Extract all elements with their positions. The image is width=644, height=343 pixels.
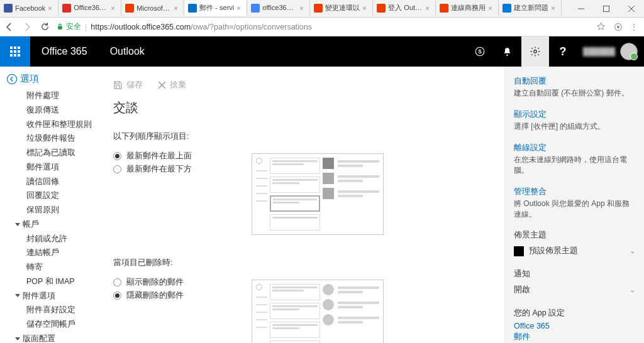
tab-title: 連線商務用 bbox=[451, 3, 486, 13]
app-label[interactable]: Outlook bbox=[99, 46, 156, 57]
chevron-down-icon: ⌄ bbox=[630, 247, 635, 255]
chevron-down-icon: ⌄ bbox=[630, 286, 635, 294]
chrome-menu[interactable]: ⋮ bbox=[630, 23, 640, 31]
radio-show-deleted[interactable]: 顯示刪除的郵件 bbox=[113, 277, 252, 288]
browser-tab[interactable]: Facebook× bbox=[0, 0, 58, 16]
sidebar-item[interactable]: 復原傳送 bbox=[0, 103, 101, 117]
o365-header: Office 365 Outlook S ? ██████ bbox=[0, 36, 644, 67]
window-maximize[interactable] bbox=[594, 1, 619, 17]
sidebar-item[interactable]: 封鎖或允許 bbox=[0, 232, 101, 246]
window-close[interactable] bbox=[619, 1, 644, 17]
sidebar-item[interactable]: 連結帳戶 bbox=[0, 246, 101, 260]
window-minimize[interactable] bbox=[569, 1, 594, 17]
favicon-icon bbox=[251, 4, 260, 13]
display-section: 顯示設定 選擇 [收件匣] 的組織方式。 bbox=[514, 109, 635, 132]
radio-hide-deleted[interactable]: 隱藏刪除的郵件 bbox=[113, 290, 252, 301]
sidebar-item[interactable]: 附件喜好設定 bbox=[0, 303, 101, 317]
page-title: 交談 bbox=[113, 99, 492, 116]
close-icon bbox=[158, 81, 166, 89]
svg-point-8 bbox=[7, 74, 16, 84]
tab-title: 建立新問題 bbox=[514, 3, 548, 13]
browser-tab[interactable]: 登入 Outloo× bbox=[373, 0, 436, 16]
waffle-icon bbox=[10, 46, 20, 57]
radio-newest-bottom[interactable]: 最新郵件在最下方 bbox=[113, 164, 252, 175]
radio-newest-top[interactable]: 最新郵件在最上面 bbox=[113, 151, 252, 161]
sidebar-group[interactable]: 附件選項 bbox=[0, 289, 101, 303]
sidebar-group[interactable]: 帳戶 bbox=[0, 217, 101, 232]
sidebar-item[interactable]: 保留原則 bbox=[0, 203, 101, 217]
browser-tab[interactable]: 變更連環以× bbox=[310, 0, 373, 16]
app-link[interactable]: Office 365 bbox=[514, 321, 635, 331]
theme-swatch bbox=[514, 246, 524, 256]
reload-button[interactable] bbox=[39, 21, 50, 33]
chrome-address-bar: 安全 | https://outlook.office365.com/owa/?… bbox=[0, 18, 644, 36]
app-launcher[interactable] bbox=[0, 36, 30, 67]
browser-tab[interactable]: 建立新問題× bbox=[499, 0, 562, 16]
favicon-icon bbox=[125, 4, 134, 13]
sidebar-item[interactable]: 轉寄 bbox=[0, 260, 101, 275]
sidebar-group[interactable]: 版面配置 bbox=[0, 332, 101, 343]
close-icon[interactable]: × bbox=[48, 4, 54, 12]
settings-icon[interactable] bbox=[521, 36, 549, 67]
sidebar-item[interactable]: 儲存空間帳戶 bbox=[0, 317, 101, 332]
caret-icon bbox=[15, 223, 20, 226]
your-apps-heading: 您的 App 設定 bbox=[514, 308, 635, 318]
options-back[interactable]: 選項 bbox=[0, 72, 101, 89]
brand-label[interactable]: Office 365 bbox=[30, 46, 99, 57]
sidebar-item[interactable]: 附件處理 bbox=[0, 89, 101, 103]
sidebar-item[interactable]: 收件匣和整理規則 bbox=[0, 117, 101, 132]
sidebar-item[interactable]: 垃圾郵件報告 bbox=[0, 131, 101, 146]
skype-icon[interactable]: S bbox=[466, 36, 494, 67]
chrome-tab-strip: Facebook×Office365設×Microsoft C×郵件 - ser… bbox=[0, 0, 644, 18]
browser-tab[interactable]: Microsoft C× bbox=[121, 0, 184, 16]
radio-icon bbox=[113, 291, 121, 300]
auto-reply-link[interactable]: 自動回覆 bbox=[514, 75, 635, 87]
close-icon[interactable]: × bbox=[362, 4, 369, 12]
avatar bbox=[620, 43, 638, 60]
manage-link[interactable]: 管理整合 bbox=[514, 186, 635, 197]
svg-point-7 bbox=[534, 50, 537, 53]
favicon-icon bbox=[62, 4, 71, 13]
auto-reply-desc: 建立自動回覆 (不在辦公室) 郵件。 bbox=[514, 88, 635, 99]
caret-icon bbox=[15, 294, 20, 297]
sidebar-item[interactable]: POP 和 IMAP bbox=[0, 275, 101, 289]
close-icon[interactable]: × bbox=[488, 4, 494, 12]
display-link[interactable]: 顯示設定 bbox=[514, 109, 635, 120]
browser-tab[interactable]: office365 設× bbox=[247, 0, 310, 16]
close-icon[interactable]: × bbox=[236, 4, 243, 12]
discard-button[interactable]: 捨棄 bbox=[158, 79, 186, 90]
tab-title: 登入 Outloo bbox=[388, 3, 423, 13]
theme-section[interactable]: 佈景主題 預設佈景主題 ⌄ bbox=[514, 230, 635, 259]
save-button[interactable]: 儲存 bbox=[113, 79, 143, 90]
browser-tab[interactable]: Office365設× bbox=[58, 0, 121, 16]
sidebar-item[interactable]: 回覆設定 bbox=[0, 188, 101, 203]
favicon-icon bbox=[314, 4, 323, 13]
star-button[interactable] bbox=[595, 21, 606, 33]
notifications-heading: 通知 bbox=[514, 269, 635, 280]
sidebar-item[interactable]: 郵件選項 bbox=[0, 160, 101, 175]
user-menu[interactable]: ██████ bbox=[577, 43, 644, 60]
sidebar-item[interactable]: 讀信回條 bbox=[0, 175, 101, 189]
action-bar: 儲存 捨棄 bbox=[113, 79, 492, 90]
offline-link[interactable]: 離線設定 bbox=[514, 142, 635, 153]
close-icon[interactable]: × bbox=[111, 4, 117, 12]
close-icon[interactable]: × bbox=[425, 4, 431, 12]
forward-button[interactable] bbox=[21, 21, 33, 33]
your-apps-section: 您的 App 設定 Office 365郵件行事曆人員Yammer bbox=[514, 308, 635, 343]
notifications-icon[interactable] bbox=[494, 36, 521, 67]
browser-tab[interactable]: 連線商務用× bbox=[436, 0, 499, 16]
close-icon[interactable]: × bbox=[551, 4, 557, 12]
back-button[interactable] bbox=[4, 21, 15, 33]
svg-rect-4 bbox=[58, 26, 62, 30]
manage-section: 管理整合 將 Outlook 與您最愛的 App 和服務連線。 bbox=[514, 186, 635, 220]
sidebar-item[interactable]: 標記為已讀取 bbox=[0, 146, 101, 160]
help-icon[interactable]: ? bbox=[549, 36, 577, 67]
close-icon[interactable]: × bbox=[174, 4, 180, 12]
app-link[interactable]: 郵件 bbox=[514, 331, 635, 343]
address-field[interactable]: 安全 | https://outlook.office365.com/owa/?… bbox=[57, 21, 589, 32]
browser-tab[interactable]: 郵件 - servi× bbox=[184, 0, 247, 16]
extension-icon[interactable]: ⦿ bbox=[613, 21, 624, 33]
notifications-section[interactable]: 通知 開啟 ⌄ bbox=[514, 269, 635, 298]
close-icon[interactable]: × bbox=[299, 4, 306, 12]
lock-icon bbox=[57, 23, 64, 30]
